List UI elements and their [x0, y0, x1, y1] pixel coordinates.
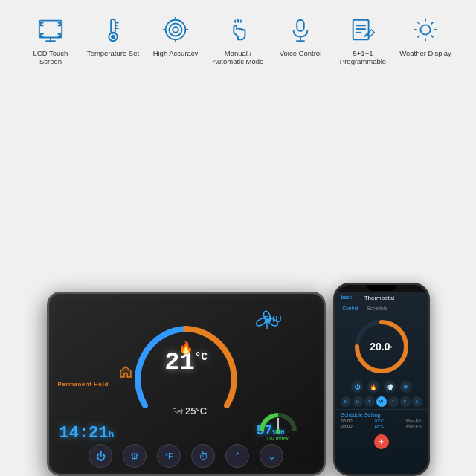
schedule-row-2: 08:00 18°C Mon-Fri — [341, 424, 422, 428]
svg-point-11 — [173, 27, 178, 33]
day-sun[interactable]: S — [341, 396, 351, 407]
tab-control[interactable]: Control — [340, 305, 361, 312]
flame-icon: 🔥 — [178, 341, 193, 355]
svg-line-35 — [418, 36, 420, 38]
thermometer-icon — [97, 13, 129, 46]
feature-weather-label: Weather Display — [399, 49, 451, 57]
svg-point-39 — [266, 317, 278, 327]
thermostat-screen: Permanent Hold THU — [49, 294, 324, 474]
day-sat[interactable]: S — [412, 396, 422, 407]
svg-line-32 — [418, 22, 420, 25]
unit-button[interactable]: °F — [157, 444, 181, 468]
svg-point-40 — [265, 319, 268, 323]
svg-point-5 — [111, 35, 115, 39]
back-button[interactable]: back — [341, 295, 353, 301]
svg-point-42 — [276, 429, 280, 434]
uv-label: UV Index — [259, 436, 298, 441]
day-wed[interactable]: W — [376, 396, 387, 407]
schedule-row-1: 06:00 20°C Mon-Fri — [341, 419, 422, 423]
svg-rect-3 — [111, 19, 115, 33]
feature-lcd-label: LCD Touch Screen — [22, 49, 79, 66]
schedule-button[interactable]: ⏱ — [191, 444, 215, 468]
svg-line-26 — [364, 34, 367, 37]
thermostat-device: Permanent Hold THU — [47, 292, 326, 476]
time-display: 14:21h — [60, 424, 115, 443]
svg-point-27 — [420, 25, 430, 34]
tab-schedule[interactable]: Schedule — [364, 305, 390, 312]
phone-notch — [367, 285, 396, 291]
svg-line-34 — [431, 22, 434, 25]
features-row: LCD Touch Screen Temperature Set — [0, 0, 476, 74]
wind-weather-icon — [254, 310, 280, 335]
fan-button[interactable]: ⚙ — [123, 444, 147, 468]
feature-temp-set: Temperature Set — [85, 13, 141, 57]
phone-temp-gauge: 20.0° — [352, 317, 411, 376]
add-schedule-button[interactable]: + — [374, 434, 389, 449]
svg-point-10 — [169, 23, 181, 36]
feature-accuracy-label: High Accuracy — [153, 49, 199, 57]
phone-schedule-section: Schedule Setting 06:00 20°C Mon-Fri 08:0… — [335, 409, 428, 431]
home-icon — [119, 365, 132, 381]
feature-temp-label: Temperature Set — [87, 49, 139, 57]
permanent-hold-label: Permanent Hold — [58, 381, 109, 387]
day-mon[interactable]: M — [353, 396, 363, 407]
down-button[interactable]: ⌄ — [260, 444, 283, 468]
set-temperature: Set 25°C — [172, 405, 207, 416]
phone-cool-btn[interactable]: ❄ — [400, 381, 412, 393]
feature-voice-control: Voice Control — [272, 13, 329, 57]
sun-icon — [409, 13, 442, 46]
phone-tabs[interactable]: Control Schedule — [335, 303, 428, 314]
feature-manual-label: Manual / Automatic Mode — [210, 49, 266, 66]
feature-weather-display: Weather Display — [397, 13, 454, 57]
svg-line-33 — [431, 36, 434, 38]
phone-title: Thermostat — [364, 295, 394, 301]
phone-gauge-area: 20.0° — [335, 314, 428, 379]
feature-prog-label: 5+1+1 Programmable — [335, 49, 391, 66]
phone-header: back Thermostat — [335, 292, 428, 303]
feature-programmable: 5+1+1 Programmable — [335, 13, 391, 66]
day-thu[interactable]: T — [388, 396, 399, 407]
day-fri[interactable]: F — [400, 396, 411, 407]
power-button[interactable]: ⏻ — [89, 444, 112, 468]
edit-icon — [347, 13, 379, 46]
feature-lcd-touch: LCD Touch Screen — [22, 13, 79, 66]
phone-mode-buttons[interactable]: ⏻ 🔥 💨 ❄ — [350, 379, 414, 394]
feature-manual-auto: Manual / Automatic Mode — [210, 13, 266, 66]
up-button[interactable]: ⌃ — [225, 444, 249, 468]
svg-point-38 — [254, 317, 266, 327]
product-area: Permanent Hold THU — [0, 74, 476, 476]
schedule-title: Schedule Setting — [341, 412, 422, 417]
uv-index-gauge: UV Index — [259, 411, 298, 441]
phone-mockup: back Thermostat Control Schedule 20.0° — [333, 283, 430, 476]
phone-heat-btn[interactable]: 🔥 — [367, 381, 379, 393]
hand-icon — [222, 13, 254, 46]
day-selector[interactable]: S M T W T F S — [336, 394, 427, 409]
feature-voice-label: Voice Control — [280, 49, 322, 57]
target-icon — [159, 13, 192, 46]
phone-screen: back Thermostat Control Schedule 20.0° — [335, 292, 428, 474]
mic-icon — [284, 13, 317, 46]
control-buttons[interactable]: ⏻ ⚙ °F ⏱ ⌃ ⌄ — [89, 444, 283, 468]
phone-power-btn[interactable]: ⏻ — [351, 381, 363, 393]
svg-rect-19 — [297, 20, 304, 31]
feature-high-accuracy: High Accuracy — [147, 13, 204, 57]
phone-fan-btn[interactable]: 💨 — [384, 381, 396, 393]
day-tue[interactable]: T — [364, 396, 375, 407]
lcd-touch-icon — [34, 13, 67, 46]
